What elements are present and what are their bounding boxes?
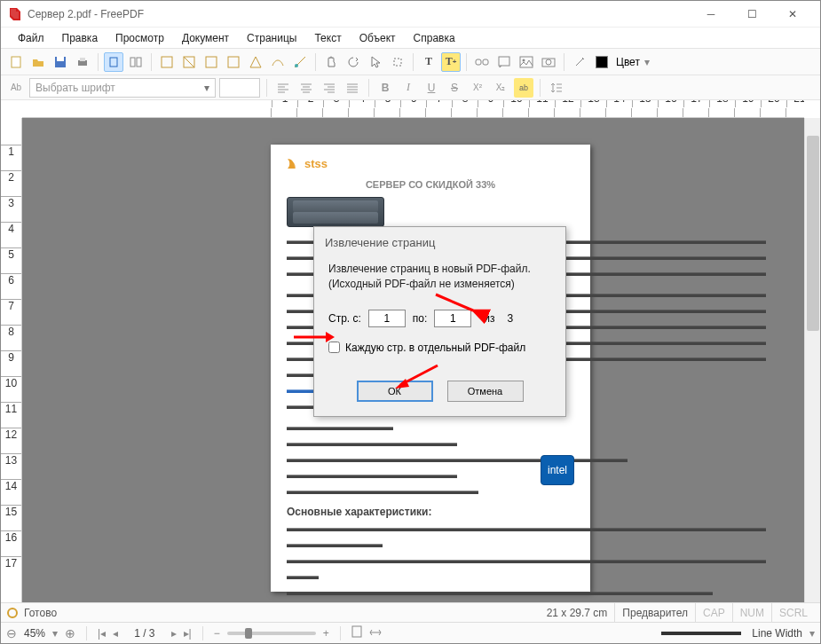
prev-page-icon[interactable]: ◂: [113, 627, 118, 640]
color-dropdown-icon[interactable]: ▾: [644, 56, 650, 68]
fit-page-icon[interactable]: [351, 625, 362, 640]
image-icon[interactable]: [517, 52, 536, 72]
page-range-row: Стр. с: по: из 3: [328, 310, 551, 327]
each-page-separate-row: Каждую стр. в отдельный PDF-файл: [328, 342, 551, 354]
first-page-icon[interactable]: |◂: [98, 627, 106, 640]
menu-file[interactable]: Файл: [10, 29, 52, 47]
server-image: [287, 197, 384, 227]
menu-document[interactable]: Документ: [174, 29, 237, 47]
object5-icon[interactable]: [246, 52, 265, 72]
svg-rect-25: [352, 626, 361, 637]
svg-point-24: [8, 609, 17, 617]
svg-rect-0: [12, 57, 20, 67]
ready-icon: [6, 607, 19, 619]
bold-icon[interactable]: B: [375, 78, 395, 98]
object4-icon[interactable]: [224, 52, 243, 72]
menubar: Файл Правка Просмотр Документ Страницы Т…: [1, 27, 820, 49]
horizontal-ruler: 123456789101112131415161718192021: [22, 100, 804, 118]
brand-text: stss: [304, 157, 328, 170]
page-view-2-icon[interactable]: [126, 52, 146, 72]
underline-icon[interactable]: U: [422, 78, 441, 98]
save-icon[interactable]: [51, 52, 70, 72]
slider-minus-icon[interactable]: −: [214, 627, 220, 640]
magic-icon[interactable]: [570, 52, 589, 72]
align-left-icon[interactable]: [273, 78, 293, 98]
zoom-dropdown-icon[interactable]: ▾: [52, 627, 58, 640]
line-width-dropdown-icon[interactable]: ▾: [809, 627, 815, 640]
line-spacing-icon[interactable]: [547, 78, 566, 98]
each-page-label: Каждую стр. в отдельный PDF-файл: [345, 342, 525, 354]
svg-rect-4: [80, 58, 85, 61]
hand-icon[interactable]: [321, 52, 341, 72]
bottombar: ⊖ 45% ▾ ⊕ |◂ ◂ 1 / 3 ▸ ▸| − + Line Width…: [1, 622, 820, 643]
open-icon[interactable]: [28, 52, 48, 72]
vertical-scrollbar[interactable]: [804, 118, 820, 602]
ab-icon[interactable]: Ab: [6, 78, 26, 98]
close-button[interactable]: ✕: [772, 1, 813, 27]
svg-point-12: [295, 64, 298, 67]
minimize-button[interactable]: ─: [691, 1, 731, 27]
ok-button[interactable]: ОК: [357, 381, 433, 402]
font-size-select[interactable]: [219, 78, 260, 98]
rotate-icon[interactable]: [343, 52, 363, 72]
svg-rect-14: [476, 59, 481, 65]
zoom-in-icon[interactable]: ⊕: [65, 626, 75, 640]
svg-rect-2: [57, 57, 64, 61]
text-highlight-icon[interactable]: T+: [441, 52, 461, 72]
crop-icon[interactable]: [388, 52, 407, 72]
menu-text[interactable]: Текст: [306, 29, 349, 47]
color-swatch-icon[interactable]: [592, 52, 612, 72]
svg-rect-6: [130, 58, 135, 67]
superscript-icon[interactable]: X²: [468, 78, 487, 98]
slider-plus-icon[interactable]: +: [323, 627, 329, 640]
extract-pages-dialog: Извлечение страниц Извлечение страниц в …: [313, 226, 566, 417]
page-indicator: 1 / 3: [134, 627, 154, 640]
annotation-icon[interactable]: [494, 52, 514, 72]
cancel-button[interactable]: Отмена: [447, 381, 524, 402]
maximize-button[interactable]: ☐: [731, 1, 772, 27]
subscript-icon[interactable]: X₂: [491, 78, 510, 98]
object2-icon[interactable]: [179, 52, 199, 72]
line-width-label: Line Width: [752, 627, 802, 640]
pdf-page[interactable]: stss СЕРВЕР СО СКИДКОЙ 33% ▬▬▬▬▬▬▬▬▬▬▬▬▬…: [271, 145, 590, 592]
canvas[interactable]: stss СЕРВЕР СО СКИДКОЙ 33% ▬▬▬▬▬▬▬▬▬▬▬▬▬…: [22, 118, 804, 602]
to-page-input[interactable]: [434, 310, 471, 327]
intel-badge: intel: [541, 455, 574, 485]
workspace: 123456789101112131415161718192021 123456…: [1, 100, 820, 602]
object7-icon[interactable]: [290, 52, 310, 72]
object6-icon[interactable]: [268, 52, 288, 72]
pointer-icon[interactable]: [366, 52, 385, 72]
italic-icon[interactable]: I: [399, 78, 418, 98]
zoom-value[interactable]: 45%: [24, 627, 45, 640]
font-select[interactable]: Выбрать шрифт▾: [29, 78, 216, 98]
menu-edit[interactable]: Правка: [54, 29, 107, 47]
from-page-input[interactable]: [368, 310, 406, 327]
zoom-out-icon[interactable]: ⊖: [6, 626, 17, 640]
menu-help[interactable]: Справка: [406, 29, 463, 47]
object1-icon[interactable]: [157, 52, 177, 72]
dialog-message: Извлечение страниц в новый PDF-файл.(Исх…: [328, 262, 551, 292]
zoom-slider[interactable]: [227, 632, 316, 635]
camera-icon[interactable]: [539, 52, 558, 72]
next-page-icon[interactable]: ▸: [171, 627, 177, 640]
object3-icon[interactable]: [201, 52, 221, 72]
each-page-checkbox[interactable]: [328, 342, 340, 353]
align-right-icon[interactable]: [320, 78, 339, 98]
fit-width-icon[interactable]: [369, 627, 382, 640]
statusbar: Готово 21 x 29.7 cm Предварител CAP NUM …: [1, 602, 820, 622]
new-icon[interactable]: [6, 52, 26, 72]
highlight-icon[interactable]: ab: [514, 78, 533, 98]
last-page-icon[interactable]: ▸|: [184, 627, 192, 640]
menu-object[interactable]: Объект: [351, 29, 404, 47]
link-icon[interactable]: [472, 52, 492, 72]
svg-rect-7: [137, 58, 141, 67]
page-view-1-icon[interactable]: [104, 52, 123, 72]
menu-view[interactable]: Просмотр: [107, 29, 172, 47]
strike-icon[interactable]: S: [445, 78, 464, 98]
print-icon[interactable]: [73, 52, 92, 72]
align-center-icon[interactable]: [296, 78, 316, 98]
text-icon[interactable]: T: [419, 52, 438, 72]
align-justify-icon[interactable]: [343, 78, 362, 98]
to-label: по:: [413, 312, 428, 325]
menu-pages[interactable]: Страницы: [239, 29, 304, 47]
